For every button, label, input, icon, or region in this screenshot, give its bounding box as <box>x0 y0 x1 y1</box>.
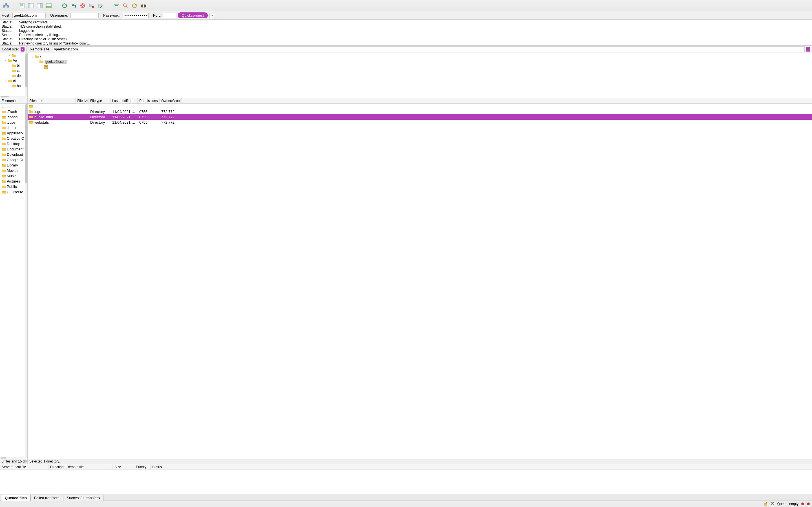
compare-icon[interactable] <box>131 2 138 9</box>
list-item[interactable]: Document <box>0 147 28 152</box>
remote-col-modified[interactable]: Last modified <box>112 99 132 103</box>
refresh-icon[interactable] <box>61 2 68 9</box>
local-files-hscrollbar[interactable] <box>0 457 25 459</box>
tab-failed-transfers[interactable]: Failed transfers <box>31 495 63 501</box>
toggle-remote-tree-icon[interactable] <box>36 2 43 9</box>
queue-column-headers[interactable]: Server/Local file Direction Remote file … <box>0 464 812 470</box>
chevron-down-icon[interactable]: ⌄ <box>31 55 34 58</box>
lock-icon[interactable] <box>764 502 768 506</box>
tree-node[interactable]: bi <box>0 63 28 68</box>
remote-col-permissions[interactable]: Permissions <box>139 99 158 103</box>
local-col-filename[interactable]: Filename <box>2 99 15 103</box>
host-input[interactable] <box>12 13 46 18</box>
list-item[interactable]: Desktop <box>0 141 28 147</box>
remote-site-input[interactable] <box>52 47 805 52</box>
queue-col-size[interactable]: Size <box>113 464 134 469</box>
chevron-right-icon[interactable]: › <box>4 59 7 62</box>
list-item[interactable]: Public <box>0 184 28 189</box>
reconnect-icon[interactable] <box>97 2 104 9</box>
message-log[interactable]: Status:Verifying certificate...Status:TL… <box>0 20 812 46</box>
file-type: Directory <box>89 115 110 119</box>
transfer-queue[interactable]: Server/Local file Direction Remote file … <box>0 464 812 494</box>
log-key: Status: <box>2 41 14 46</box>
tree-node[interactable]: co <box>0 68 28 73</box>
list-item[interactable]: Movies <box>0 168 28 173</box>
folder-icon <box>12 64 16 67</box>
tree-node[interactable]: › <box>0 53 28 58</box>
list-item[interactable]: Music <box>0 173 28 179</box>
remote-col-filesize[interactable]: Filesize <box>77 99 89 103</box>
list-item[interactable]: Creative C <box>0 136 28 141</box>
local-tree-vscrollbar[interactable] <box>25 53 28 98</box>
binoculars-icon[interactable] <box>140 2 147 9</box>
tree-node-root[interactable]: / <box>40 55 41 59</box>
remote-col-owner[interactable]: Owner/Group <box>161 99 182 103</box>
folder-icon <box>29 110 33 113</box>
list-item[interactable]: .cups <box>0 120 28 125</box>
tree-node[interactable]: ›et <box>0 78 28 83</box>
list-item[interactable]: Applicatio <box>0 130 28 136</box>
tree-node-selected[interactable]: geekto5k.com <box>45 60 67 64</box>
username-input[interactable] <box>70 13 99 18</box>
list-item[interactable]: Google Dr <box>0 157 28 163</box>
chevron-right-icon[interactable]: › <box>4 79 7 82</box>
remote-site-dropdown[interactable] <box>806 47 810 52</box>
quickconnect-history-dropdown[interactable]: ▾ <box>209 13 215 18</box>
tab-queued-files[interactable]: Queued files <box>1 495 31 501</box>
list-item[interactable]: .. <box>0 104 28 109</box>
remote-col-filetype[interactable]: Filetype <box>90 99 102 103</box>
svg-rect-23 <box>142 4 143 5</box>
queue-col-direction[interactable]: Direction <box>49 464 65 469</box>
list-item[interactable]: Download <box>0 152 28 157</box>
local-site-dropdown[interactable] <box>20 47 24 52</box>
remote-col-filename[interactable]: Filename <box>29 99 43 103</box>
queue-col-status[interactable]: Status <box>151 464 190 469</box>
file-panes: Filename˄ ...Trash.config.cups.kindleApp… <box>0 98 812 459</box>
tree-node[interactable]: ›Vo <box>0 58 28 63</box>
password-input[interactable] <box>123 13 149 18</box>
table-row[interactable]: webstatsDirectory11/04/2021 2...0755772 … <box>28 120 812 125</box>
list-item[interactable]: CFUserTe <box>0 189 28 194</box>
list-item[interactable]: Library <box>0 163 28 168</box>
site-manager-icon[interactable] <box>2 2 10 9</box>
disconnect-icon[interactable] <box>88 2 95 9</box>
tree-node[interactable]: ho <box>0 83 28 89</box>
local-tree-hscrollbar[interactable] <box>0 96 25 98</box>
table-row[interactable]: public_htmlDirectory11/05/2021 1...07557… <box>28 114 812 120</box>
list-item[interactable]: .config <box>0 114 28 120</box>
tree-node[interactable]: de <box>0 73 28 78</box>
queue-col-server[interactable]: Server/Local file <box>0 464 49 469</box>
local-files-vscrollbar[interactable] <box>25 104 28 457</box>
quickconnect-button[interactable]: Quickconnect <box>177 12 208 18</box>
folder-icon <box>2 126 6 129</box>
gear-icon[interactable] <box>770 502 774 506</box>
tab-successful-transfers[interactable]: Successful transfers <box>63 495 103 501</box>
local-column-headers[interactable]: Filename˄ <box>0 98 28 104</box>
activity-led-1 <box>801 503 804 505</box>
list-item[interactable]: .Trash <box>0 109 28 114</box>
filter-icon[interactable] <box>113 2 120 9</box>
process-queue-icon[interactable] <box>70 2 77 9</box>
cancel-icon[interactable] <box>79 2 86 9</box>
folder-icon <box>8 79 12 82</box>
file-type: Directory <box>89 110 110 114</box>
queue-col-remote[interactable]: Remote file <box>65 464 113 469</box>
remote-file-list[interactable]: Filename˄ Filesize Filetype Last modifie… <box>28 98 812 459</box>
search-icon[interactable] <box>122 2 129 9</box>
remote-tree[interactable]: ⌄ / › geekto5k.com ? <box>28 53 812 98</box>
local-file-list[interactable]: Filename˄ ...Trash.config.cups.kindleApp… <box>0 98 28 459</box>
list-item[interactable]: Pictures <box>0 179 28 184</box>
queue-col-priority[interactable]: Priority <box>134 464 151 469</box>
port-input[interactable] <box>163 13 176 18</box>
table-row[interactable]: logsDirectory11/04/2021 2...0755772 772 <box>28 109 812 114</box>
chevron-right-icon[interactable]: › <box>8 54 11 57</box>
toggle-queue-icon[interactable] <box>45 2 52 9</box>
site-path-bar: Local site: Remote site: <box>0 46 812 53</box>
toggle-local-tree-icon[interactable] <box>27 2 35 9</box>
list-item[interactable]: .kindle <box>0 125 28 130</box>
chevron-right-icon[interactable]: › <box>36 60 38 63</box>
remote-column-headers[interactable]: Filename˄ Filesize Filetype Last modifie… <box>28 98 812 104</box>
local-tree[interactable]: ››Vobicode›etho <box>0 53 28 98</box>
toggle-log-icon[interactable] <box>18 2 26 9</box>
table-row[interactable]: .. <box>28 104 812 109</box>
